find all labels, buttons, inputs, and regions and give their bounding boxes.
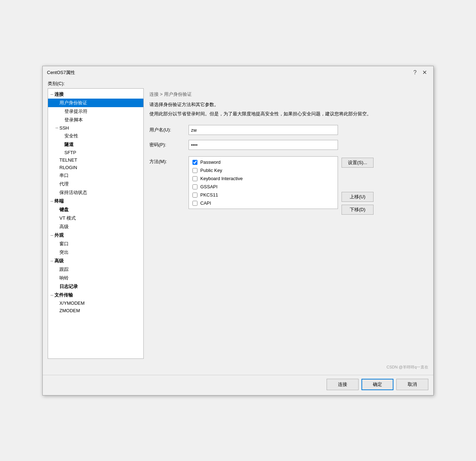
desc2: 使用此部分以节省登录时间。但是，为了最大限度地提高安全性，如果担心安全问题，建议… [149, 110, 428, 118]
title-bar-controls: ? ✕ [411, 69, 429, 76]
tree-item-ssh[interactable]: ─SSH [48, 124, 143, 132]
main-content: ─连接用户身份验证登录提示符登录脚本─SSH安全性隧道SFTPTELNETRLO… [43, 88, 433, 364]
password-input[interactable] [189, 140, 338, 150]
method-item-gssapi[interactable]: GSSAPI [192, 183, 334, 190]
tree-label-bao-chi: 保持活动状态 [59, 189, 87, 196]
tree-label-yong-hu-shen-fen: 用户身份验证 [59, 100, 87, 106]
tree-label-tu-chu: 突出 [59, 249, 69, 256]
tree-item-xiang-ling[interactable]: 响铃 [48, 274, 143, 282]
method-checkbox-public-key[interactable] [192, 168, 197, 173]
tree-label-telnet: TELNET [59, 157, 77, 163]
password-label: 密码(P): [149, 142, 185, 148]
password-row: 密码(P): [149, 140, 428, 150]
tree-label-jian-pan: 键盘 [59, 206, 69, 213]
help-button[interactable]: ? [411, 69, 419, 76]
tree-label-gao-ji: 高级 [54, 258, 64, 264]
desc1: 请选择身份验证方法和其它参数。 [149, 101, 428, 109]
setup-button[interactable]: 设置(S)... [342, 158, 374, 168]
tree-label-gen-zong: 跟踪 [59, 266, 69, 273]
method-label-public-key: Public Key [200, 168, 222, 173]
tree-label-chuang-kou: 窗口 [59, 241, 69, 247]
tree-item-chuang-kou[interactable]: 窗口 [48, 240, 143, 248]
tree-item-sui-dao[interactable]: 隧道 [48, 140, 143, 149]
tree-item-bao-chi[interactable]: 保持活动状态 [48, 188, 143, 197]
method-item-keyboard-interactive[interactable]: Keyboard Interactive [192, 175, 334, 182]
tree-item-chuan-kou[interactable]: 串口 [48, 171, 143, 180]
tree-item-deng-lu-ti-shi[interactable]: 登录提示符 [48, 107, 143, 116]
tree-panel: ─连接用户身份验证登录提示符登录脚本─SSH安全性隧道SFTPTELNETRLO… [48, 88, 144, 359]
tree-item-an-quan-xing[interactable]: 安全性 [48, 132, 143, 140]
tree-toggle-wai-guan: ─ [49, 233, 54, 237]
method-label-pkcs11: PKCS11 [200, 192, 218, 198]
method-label-password: Password [200, 159, 221, 165]
tree-label-ssh: SSH [59, 125, 69, 131]
tree-item-gao-ji[interactable]: ─高级 [48, 257, 143, 265]
ok-button[interactable]: 确定 [361, 379, 393, 390]
tree-toggle-zhong-duan: ─ [49, 199, 54, 203]
method-area: 方法(M): PasswordPublic KeyKeyboard Intera… [149, 156, 428, 215]
method-label-keyboard-interactive: Keyboard Interactive [200, 176, 243, 181]
right-panel: 连接 > 用户身份验证 请选择身份验证方法和其它参数。 使用此部分以节省登录时间… [144, 88, 428, 359]
tree-label-ri-zhi-ji-lu: 日志记录 [59, 283, 78, 290]
watermark: CSDN @羊咩咩q一直在 [43, 364, 433, 371]
dialog: CentOS7属性 ? ✕ 类别(C): ─连接用户身份验证登录提示符登录脚本─… [42, 66, 434, 395]
method-buttons: 设置(S)... 上移(U) 下移(D) [342, 156, 374, 215]
method-checkbox-gssapi[interactable] [192, 184, 197, 189]
tree-label-xiang-ling: 响铃 [59, 275, 69, 281]
tree-item-yong-hu-shen-fen[interactable]: 用户身份验证 [48, 99, 143, 107]
tree-toggle-gao-ji: ─ [49, 259, 54, 263]
tree-item-lian-jie[interactable]: ─连接 [48, 90, 143, 99]
method-item-password[interactable]: Password [192, 159, 334, 166]
method-item-capi[interactable]: CAPI [192, 200, 334, 206]
username-label: 用户名(U): [149, 127, 185, 133]
tree-label-vt-mo-shi: VT 模式 [59, 215, 76, 221]
breadcrumb: 连接 > 用户身份验证 [149, 88, 428, 101]
tree-item-vt-mo-shi[interactable]: VT 模式 [48, 214, 143, 222]
method-checkbox-capi[interactable] [192, 201, 197, 206]
tree-item-tu-chu[interactable]: 突出 [48, 248, 143, 257]
username-input[interactable] [189, 125, 338, 135]
tree-item-telnet[interactable]: TELNET [48, 156, 143, 164]
tree-label-chuan-kou: 串口 [59, 172, 69, 179]
tree-label-wen-jian-chuan-shu: 文件传输 [54, 292, 73, 298]
method-checkbox-pkcs11[interactable] [192, 193, 197, 198]
username-row: 用户名(U): [149, 125, 428, 135]
tree-item-wen-jian-chuan-shu[interactable]: ─文件传输 [48, 291, 143, 299]
tree-label-rlogin: RLOGIN [59, 165, 77, 170]
tree-item-deng-lu-jiao-ben[interactable]: 登录脚本 [48, 116, 143, 124]
method-item-public-key[interactable]: Public Key [192, 167, 334, 174]
up-button[interactable]: 上移(U) [342, 192, 374, 202]
tree-item-gao-ji-terminal[interactable]: 高级 [48, 222, 143, 231]
tree-item-sftp[interactable]: SFTP [48, 149, 143, 156]
tree-item-zhong-duan[interactable]: ─终端 [48, 197, 143, 205]
close-button[interactable]: ✕ [420, 69, 429, 76]
tree-label-deng-lu-ti-shi: 登录提示符 [64, 108, 88, 115]
method-label: 方法(M): [149, 156, 185, 165]
tree-label-lian-jie: 连接 [54, 91, 64, 98]
method-label-capi: CAPI [200, 200, 211, 206]
category-label: 类别(C): [43, 78, 433, 88]
connect-button[interactable]: 连接 [327, 379, 359, 390]
down-button[interactable]: 下移(D) [342, 205, 374, 215]
title-bar: CentOS7属性 ? ✕ [43, 66, 433, 78]
tree-item-zmodem[interactable]: ZMODEM [48, 307, 143, 314]
tree-label-gao-ji-terminal: 高级 [59, 224, 69, 230]
tree-label-wai-guan: 外观 [54, 232, 64, 239]
tree-item-wai-guan[interactable]: ─外观 [48, 231, 143, 240]
method-checkbox-password[interactable] [192, 160, 197, 165]
tree-item-gen-zong[interactable]: 跟踪 [48, 265, 143, 274]
tree-label-an-quan-xing: 安全性 [64, 133, 78, 139]
tree-label-dai-li: 代理 [59, 181, 69, 187]
tree-item-jian-pan[interactable]: 键盘 [48, 205, 143, 214]
tree-label-xymodem: X/YMODEM [59, 300, 85, 306]
method-checkbox-keyboard-interactive[interactable] [192, 176, 197, 181]
tree-item-rlogin[interactable]: RLOGIN [48, 164, 143, 171]
tree-label-deng-lu-jiao-ben: 登录脚本 [64, 117, 83, 123]
tree-item-dai-li[interactable]: 代理 [48, 180, 143, 188]
tree-label-sftp: SFTP [64, 150, 76, 155]
method-item-pkcs11[interactable]: PKCS11 [192, 192, 334, 198]
cancel-button[interactable]: 取消 [396, 379, 428, 390]
tree-item-ri-zhi-ji-lu[interactable]: 日志记录 [48, 282, 143, 291]
tree-label-sui-dao: 隧道 [64, 141, 74, 148]
tree-item-xymodem[interactable]: X/YMODEM [48, 299, 143, 307]
